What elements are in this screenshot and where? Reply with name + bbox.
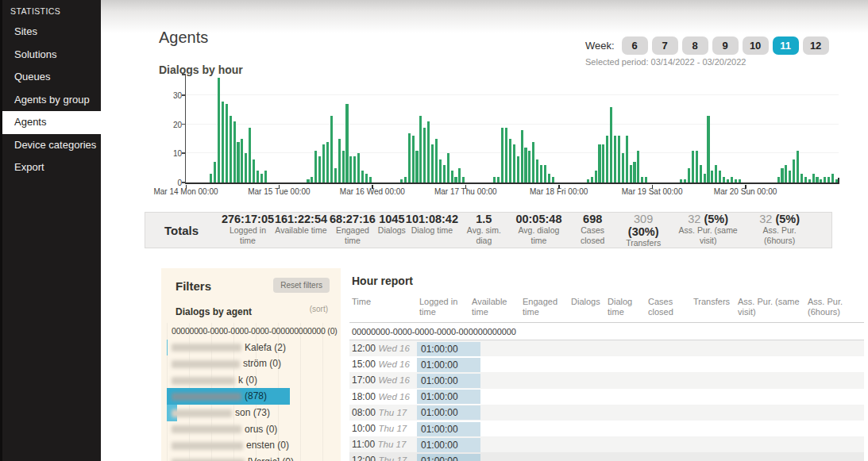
metric-value: 00:05:48 [510, 213, 568, 225]
chart-bar [342, 151, 345, 182]
metric-value: 101:08:42 [406, 213, 458, 225]
day-label: Wed 16 [378, 375, 409, 385]
chart-bar [230, 116, 232, 182]
metric-label: Logged in time [221, 225, 275, 246]
chart-bar [462, 177, 465, 182]
sidebar-item-device-categories[interactable]: Device categories [0, 134, 101, 157]
y-tick-mark [182, 152, 185, 154]
chart-bar [688, 168, 690, 182]
chart-bar [260, 174, 263, 182]
week-button-7[interactable]: 7 [652, 36, 678, 55]
agent-label: [Vergic] (0) [167, 454, 338, 461]
chart-bar [365, 174, 368, 182]
column-header: Dialogs [569, 295, 605, 322]
selected-period: Selected period: 03/14/2022 - 03/20/2022 [585, 57, 746, 67]
chart-bar [415, 151, 418, 182]
chart-bar [521, 130, 523, 182]
chart-bar [692, 151, 694, 182]
agent-row[interactable]: ensten (0) [167, 437, 338, 454]
chart-bar [451, 171, 453, 182]
sidebar-item-export[interactable]: Export [0, 156, 101, 179]
column-header: Cases closed [646, 295, 691, 322]
agent-row[interactable]: son (73) [167, 405, 338, 421]
week-label: Week: [585, 40, 615, 52]
chart-bar [419, 116, 422, 182]
chart-bar [831, 174, 834, 182]
reset-filters-button[interactable]: Reset filters [273, 278, 330, 293]
x-axis-label: Mar 18 Fri 00:00 [530, 187, 588, 196]
column-header: Ass. Pur. (same visit) [735, 295, 805, 322]
agent-row[interactable]: ström (0) [167, 355, 338, 372]
sidebar-item-agents[interactable]: Agents [0, 111, 101, 134]
agent-row[interactable]: Kalefa (2) [167, 340, 338, 356]
agent-row[interactable]: orus (0) [167, 421, 338, 438]
sidebar-edge [0, 0, 2, 461]
metric-value-muted: 32 [688, 213, 700, 225]
y-tick-label: 10 [166, 149, 182, 158]
logged-in-value: 01:00:00 [417, 390, 480, 404]
sort-link[interactable]: (sort) [310, 305, 328, 313]
x-axis-label: Mar 15 Tue 00:00 [248, 187, 310, 196]
agent-row[interactable]: (878) [167, 388, 338, 405]
chart-bar [622, 153, 624, 182]
metric-label: Avg. dialog time [510, 225, 568, 246]
column-header: Time [349, 295, 417, 322]
chart-bar [400, 179, 403, 182]
logged-in-cell: 01:00:00 [417, 341, 469, 356]
sidebar-header: STATISTICS [0, 0, 101, 21]
chart-bar [704, 174, 706, 182]
week-buttons: 6789101112 [622, 36, 829, 55]
chart-bar [257, 171, 259, 182]
agent-label: (878) [167, 388, 338, 405]
logged-in-value: 01:00:00 [417, 374, 480, 388]
chart-bar [408, 133, 411, 182]
chart-bar [727, 179, 729, 182]
chart-plot: 0102030Mar 14 Mon 00:00Mar 15 Tue 00:00M… [185, 74, 838, 184]
week-button-11[interactable]: 11 [773, 36, 799, 55]
week-button-6[interactable]: 6 [622, 36, 648, 55]
chart-bar [835, 179, 838, 182]
column-header: Transfers [691, 295, 735, 322]
chart-bar [353, 156, 356, 182]
week-button-8[interactable]: 8 [682, 36, 708, 55]
time-cell: 10:00 Thu 17 [349, 423, 417, 434]
sidebar-item-agents-by-group[interactable]: Agents by group [0, 89, 101, 112]
agent-row[interactable]: k (0) [167, 372, 338, 389]
sidebar-item-solutions[interactable]: Solutions [0, 44, 101, 67]
week-button-9[interactable]: 9 [712, 36, 739, 55]
totals-metric: 32 (5%)Ass. Pur. (same visit) [669, 213, 746, 248]
chart-bar [435, 139, 438, 182]
metric-label: Ass. Pur. (6hours) [746, 225, 812, 246]
week-button-12[interactable]: 12 [803, 36, 829, 55]
chart-bar [501, 128, 503, 183]
chart-bar [493, 177, 496, 182]
sidebar-item-queues[interactable]: Queues [0, 66, 101, 89]
chart-bar [548, 174, 550, 182]
day-label: Wed 16 [378, 392, 409, 401]
sidebar-item-sites[interactable]: Sites [0, 21, 101, 44]
chart-bar [454, 177, 457, 182]
chart-bar [524, 148, 527, 182]
dialogs-by-agent-title: Dialogs by agent [176, 306, 252, 317]
week-selector: Week: 6789101112 [585, 36, 829, 55]
time-cell: 15:00 Wed 16 [349, 359, 417, 370]
x-axis-label: Mar 20 Sun 00:00 [714, 187, 777, 196]
chart-bar [540, 165, 542, 182]
metric-value: 32 (5%) [669, 213, 746, 225]
x-axis-label: Mar 16 Wed 00:00 [340, 187, 405, 196]
chart-bar [361, 171, 364, 182]
agent-row[interactable]: 00000000-0000-0000-0000-000000000000 (0) [167, 323, 338, 340]
redacted-name-block [172, 409, 232, 417]
chart-bar [307, 179, 309, 182]
agent-label: k (0) [167, 372, 338, 389]
chart-bar [610, 107, 612, 182]
time-cell: 18:00 Wed 16 [349, 391, 417, 402]
totals-metric: 32 (5%)Ass. Pur. (6hours) [746, 213, 812, 248]
chart-bar [820, 179, 822, 182]
week-button-10[interactable]: 10 [743, 36, 769, 55]
metric-value: 1045 [378, 213, 406, 225]
chart-bar [505, 128, 507, 183]
chart-bar [723, 177, 725, 182]
chart-bar [318, 156, 321, 182]
agent-row[interactable]: [Vergic] (0) [167, 454, 338, 461]
